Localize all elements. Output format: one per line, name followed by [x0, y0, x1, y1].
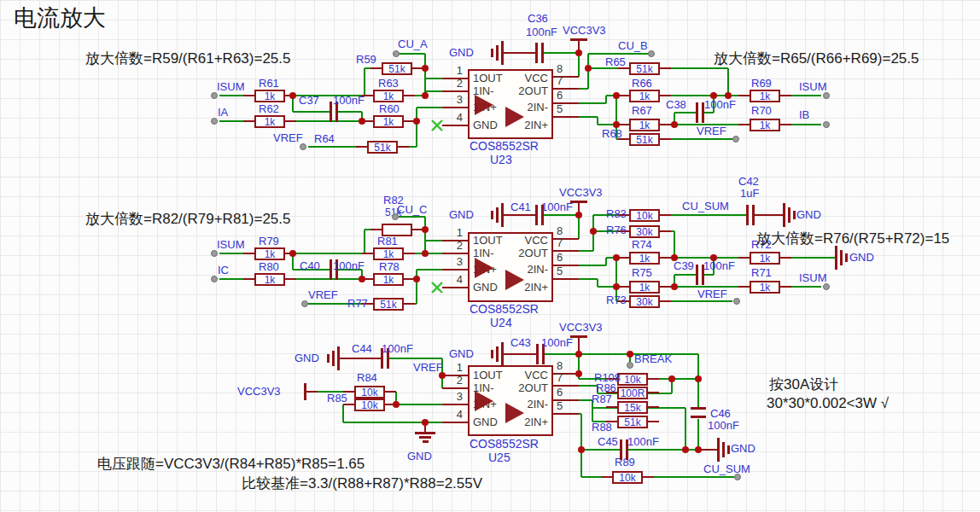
resistor-R71[interactable]: 1k [750, 281, 780, 294]
capacitor-C45[interactable] [620, 439, 622, 460]
resistor-R76[interactable]: 30k [629, 225, 660, 238]
resistor-R72[interactable]: 1k [750, 252, 780, 265]
resistor-R80[interactable]: 1k [254, 273, 285, 286]
net-port-ISUM[interactable] [211, 92, 218, 99]
resistor-R74[interactable]: 1k [629, 252, 660, 265]
resistor-R69[interactable]: 1k [750, 90, 780, 102]
resistor-value: 10k [619, 473, 635, 483]
resistor-R66[interactable]: 1k [629, 90, 660, 102]
capacitor-C40[interactable] [330, 259, 332, 280]
ground-symbol-icon[interactable] [491, 350, 493, 358]
net-port-CU_A[interactable] [393, 50, 400, 57]
net-port-VREF[interactable] [301, 300, 308, 307]
resistor-R85[interactable]: 10k [354, 399, 385, 411]
capacitor-ref-label: C42 [738, 176, 759, 188]
capacitor-ref-label: C39 [674, 260, 694, 272]
ground-bar [496, 346, 499, 362]
resistor-ref-label: R63 [378, 78, 399, 90]
wire [588, 53, 651, 55]
net-port-VREF[interactable] [732, 136, 739, 143]
junction-dot [359, 118, 365, 125]
resistor-R88[interactable]: 51k [617, 416, 648, 428]
power-flag-vcc-icon[interactable] [304, 383, 306, 400]
resistor-R78[interactable]: 1k [373, 273, 404, 286]
capacitor-C43[interactable] [536, 344, 539, 364]
capacitor-C39[interactable] [696, 265, 698, 285]
ground-bar [727, 445, 730, 454]
resistor-ref-label: R75 [632, 267, 652, 279]
net-label-CU_SUM[interactable]: CU_SUM [682, 201, 729, 212]
power-flag-vcc-icon[interactable] [570, 335, 587, 338]
net-port-IC[interactable] [211, 276, 218, 282]
resistor-R73[interactable]: 30k [629, 295, 660, 308]
resistor-R60[interactable]: 1k [373, 115, 404, 128]
capacitor-C36[interactable] [535, 43, 538, 63]
resistor-lead [660, 300, 671, 302]
resistor-R63[interactable]: 1k [373, 90, 404, 102]
resistor-R77[interactable]: 51k [373, 298, 404, 311]
resistor-R81[interactable]: 1k [373, 247, 404, 260]
net-port-VREF[interactable] [733, 298, 740, 305]
wire [425, 240, 442, 241]
capacitor-ref-label: C46 [710, 408, 731, 420]
wire [504, 353, 536, 355]
resistor-R87[interactable]: 15k [617, 401, 648, 414]
net-port-IB[interactable] [823, 121, 830, 128]
ground-symbol-icon[interactable] [491, 49, 493, 57]
capacitor-C42[interactable] [746, 205, 749, 225]
resistor-ref-label: R89 [615, 457, 635, 468]
net-port-label: VREF [697, 125, 726, 137]
resistor-lead [738, 124, 750, 125]
resistor-R62[interactable]: 1k [254, 115, 285, 128]
wire [579, 265, 606, 266]
net-port-BREAK[interactable] [627, 362, 633, 369]
wire [364, 68, 365, 96]
resistor-R83[interactable]: 10k [629, 209, 660, 222]
capacitor-C37[interactable] [330, 102, 332, 122]
resistor-R75[interactable]: 1k [629, 281, 660, 294]
ground-symbol-icon[interactable] [717, 438, 720, 462]
net-label-VREF[interactable]: VREF [413, 362, 443, 374]
ground-symbol-icon[interactable] [415, 432, 435, 434]
resistor-R67[interactable]: 1k [629, 119, 660, 131]
resistor-value: 51k [388, 64, 405, 74]
resistor-R65[interactable]: 51k [629, 62, 660, 75]
wire [293, 111, 330, 113]
power-flag-vcc-icon[interactable] [570, 38, 587, 41]
net-port-ISUM[interactable] [823, 283, 830, 290]
net-port-ISUM[interactable] [211, 250, 218, 257]
resistor-R79[interactable]: 1k [254, 247, 285, 260]
net-port-VREF[interactable] [300, 143, 306, 150]
capacitor-C46[interactable] [691, 407, 706, 410]
power-flag-vcc-icon[interactable] [570, 201, 587, 203]
resistor-R61[interactable]: 1k [254, 90, 285, 102]
ground-symbol-icon[interactable] [491, 211, 493, 219]
ground-symbol-icon[interactable] [783, 203, 785, 227]
resistor-R70[interactable]: 1k [750, 119, 780, 131]
junction-dot [590, 228, 597, 235]
resistor-R89[interactable]: 10k [612, 471, 643, 484]
capacitor-value: 100nF [708, 420, 739, 432]
ic-pin [442, 387, 468, 389]
resistor-lead [601, 476, 612, 478]
resistor-R68[interactable]: 51k [629, 133, 660, 146]
wire [504, 52, 535, 54]
resistor-R84[interactable]: 10k [354, 386, 385, 399]
ic-pin-name: VCC [478, 369, 548, 381]
net-port-ISUM[interactable] [823, 92, 830, 99]
net-port-CU_B[interactable] [648, 50, 655, 57]
junction-dot [289, 250, 296, 257]
power-flag-label: VCC3V3 [559, 322, 603, 334]
resistor-R86[interactable]: 100R [617, 387, 648, 399]
capacitor-C41[interactable] [535, 205, 538, 225]
capacitor-C38[interactable] [696, 102, 698, 123]
net-port-IA[interactable] [211, 118, 218, 125]
resistor-R64[interactable]: 51k [367, 141, 398, 154]
junction-dot [413, 276, 420, 282]
resistor-R108[interactable]: 10k [617, 373, 648, 386]
resistor-R59[interactable]: 51k [382, 62, 412, 75]
ground-symbol-icon[interactable] [835, 246, 837, 270]
wire [364, 230, 365, 253]
junction-dot [695, 446, 702, 453]
ground-symbol-icon[interactable] [327, 354, 330, 363]
